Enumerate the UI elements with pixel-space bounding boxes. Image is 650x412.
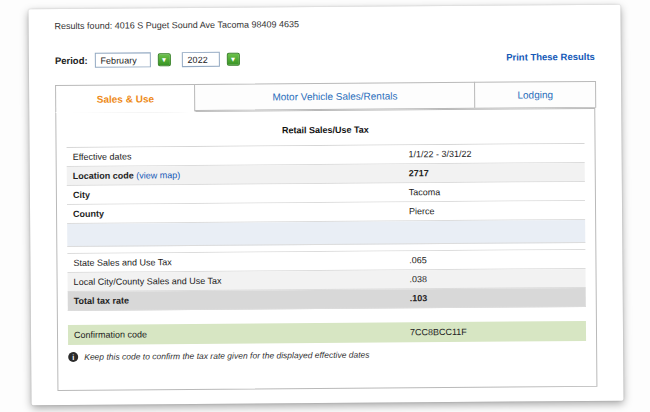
tax-rate-panel: Retail Sales/Use Tax Effective dates 1/1… — [55, 108, 597, 391]
row-value: .065 — [409, 254, 585, 265]
print-results-link[interactable]: Print These Results — [506, 51, 595, 63]
row-value: Tacoma — [409, 186, 585, 197]
results-card: Results found: 4016 S Puget Sound Ave Ta… — [28, 5, 623, 406]
view-map-link[interactable]: (view map) — [136, 170, 180, 180]
period-row: Period: February ▾ 2022 ▾ Print These Re… — [55, 49, 595, 68]
row-label: City — [67, 187, 409, 200]
confirmation-label: Confirmation code — [68, 327, 410, 340]
row-label: State Sales and Use Tax — [67, 255, 409, 268]
month-select[interactable]: February — [95, 52, 151, 67]
row-value: .103 — [410, 292, 586, 303]
confirmation-note: Keep this code to confirm the tax rate g… — [84, 350, 369, 362]
results-address: 4016 S Puget Sound Ave Tacoma 98409 4635 — [115, 19, 299, 30]
table-title: Retail Sales/Use Tax — [56, 109, 594, 147]
tab-label: Lodging — [517, 89, 553, 100]
row-value: 1/1/22 - 3/31/22 — [408, 148, 584, 159]
tab-motor-vehicle-sales-rentals[interactable]: Motor Vehicle Sales/Rentals — [194, 82, 475, 111]
period-label: Period: — [55, 55, 88, 66]
tab-label: Sales & Use — [97, 93, 154, 104]
confirmation-code-row: Confirmation code 7CC8BCC11F — [68, 321, 586, 345]
row-label: Effective dates — [67, 149, 409, 162]
results-found-label: Results found: — [55, 21, 113, 31]
row-value: 2717 — [409, 167, 585, 178]
location-code-label: Location code — [73, 171, 134, 181]
row-label: Total tax rate — [68, 293, 410, 306]
row-label: County — [67, 206, 409, 219]
row-label: Location code (view map) — [67, 168, 409, 181]
month-dropdown-button[interactable]: ▾ — [158, 53, 171, 66]
tab-label: Motor Vehicle Sales/Rentals — [272, 90, 397, 102]
row-value: Pierce — [409, 205, 585, 216]
results-found-text: Results found: 4016 S Puget Sound Ave Ta… — [55, 17, 595, 31]
year-select[interactable]: 2022 — [182, 52, 220, 67]
confirmation-note-row: i Keep this code to confirm the tax rate… — [68, 348, 586, 362]
confirmation-value: 7CC8BCC11F — [410, 326, 586, 337]
tab-bar: Sales & Use Motor Vehicle Sales/Rentals … — [55, 81, 595, 112]
tab-lodging[interactable]: Lodging — [474, 81, 596, 109]
info-icon: i — [68, 352, 78, 362]
tab-sales-and-use[interactable]: Sales & Use — [55, 84, 196, 113]
tax-rate-table: Effective dates 1/1/22 - 3/31/22 Locatio… — [67, 143, 586, 311]
row-label: Local City/County Sales and Use Tax — [68, 274, 410, 287]
row-value: .038 — [409, 273, 585, 284]
year-dropdown-button[interactable]: ▾ — [227, 53, 240, 66]
